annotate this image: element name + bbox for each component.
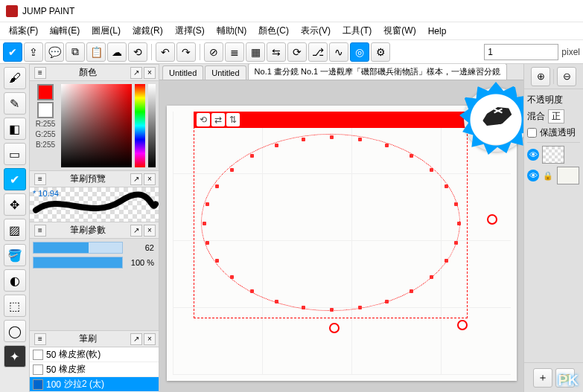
panel-detach-icon[interactable]: ↗ xyxy=(130,333,142,345)
ellipse-anchor[interactable] xyxy=(410,154,413,158)
brush-size-input[interactable] xyxy=(484,44,558,60)
panel-detach-icon[interactable]: ↗ xyxy=(130,225,142,237)
tab-storyboard[interactable]: No.1 畫分鏡 No.1 一邊觀摩「磯部磯兵衛物語」樣本，一邊練習分鏡 xyxy=(248,64,508,80)
brush-row[interactable]: 100 沙拉2 (太) xyxy=(30,377,159,392)
zoom-out-button[interactable]: ⊖ xyxy=(557,67,576,86)
transform-flip-h-icon[interactable]: ⇄ xyxy=(211,113,225,126)
branch-icon[interactable]: ⎇ xyxy=(308,42,328,62)
panel-menu-icon[interactable]: ≡ xyxy=(34,333,46,345)
transform-flip-v-icon[interactable]: ⇅ xyxy=(226,113,240,126)
rotate-icon[interactable]: ⟳ xyxy=(287,42,307,62)
panel-close-icon[interactable]: × xyxy=(144,173,156,185)
brush-row[interactable]: 50 橡皮擦(軟) xyxy=(30,347,159,362)
ellipse-anchor[interactable] xyxy=(203,222,206,225)
menu-layer[interactable]: 圖層(L) xyxy=(86,23,127,39)
ellipse-anchor[interactable] xyxy=(445,184,448,188)
menu-file[interactable]: 檔案(F) xyxy=(3,23,44,39)
transform-handle[interactable] xyxy=(329,323,340,333)
marquee-tool[interactable]: ⬚ xyxy=(4,295,26,317)
menu-assist[interactable]: 輔助(N) xyxy=(211,23,253,39)
menu-window[interactable]: 視窗(W) xyxy=(377,23,421,39)
export-button[interactable]: ⇪ xyxy=(24,42,43,62)
redo-button[interactable]: ↷ xyxy=(176,42,196,62)
menu-view[interactable]: 表示(V) xyxy=(295,23,337,39)
fill-tool[interactable]: ▨ xyxy=(4,219,26,241)
chat-button[interactable]: 💬 xyxy=(45,42,64,62)
eraser-tool[interactable]: ◧ xyxy=(4,118,26,140)
ellipse-anchor[interactable] xyxy=(330,308,334,312)
ellipse-anchor[interactable] xyxy=(445,259,448,263)
ellipse-anchor[interactable] xyxy=(454,241,458,245)
ellipse-anchor[interactable] xyxy=(250,289,254,293)
hue-slider[interactable] xyxy=(135,84,145,167)
layer-row[interactable]: 👁 🔒 xyxy=(527,167,580,184)
settings-icon[interactable]: ⚙ xyxy=(371,42,390,62)
color-picker[interactable] xyxy=(61,84,132,167)
menu-help[interactable]: Help xyxy=(422,25,453,38)
confirm-button[interactable]: ✔ xyxy=(3,42,22,62)
symmetry-icon[interactable]: ⇆ xyxy=(267,42,286,62)
blend-select[interactable]: 正 xyxy=(548,109,564,123)
ellipse-anchor[interactable] xyxy=(275,144,278,147)
panel-detach-icon[interactable]: ↗ xyxy=(130,67,142,79)
ellipse-anchor[interactable] xyxy=(215,184,219,188)
foreground-swatch[interactable] xyxy=(37,84,54,100)
brush-row[interactable]: 50 橡皮擦 xyxy=(30,362,159,377)
transform-reset-icon[interactable]: ⟲ xyxy=(197,113,210,126)
move-tool[interactable]: ✥ xyxy=(4,193,26,216)
background-swatch[interactable] xyxy=(37,102,54,118)
ellipse-anchor[interactable] xyxy=(230,275,234,279)
zoom-in-button[interactable]: ⊕ xyxy=(531,67,550,86)
visibility-icon[interactable]: 👁 xyxy=(527,149,539,161)
ellipse-anchor[interactable] xyxy=(206,202,209,206)
target-icon[interactable]: ◎ xyxy=(350,42,369,62)
ellipse-anchor[interactable] xyxy=(430,275,433,279)
redo-alt-button[interactable]: ⟲ xyxy=(128,42,147,62)
value-slider[interactable] xyxy=(148,84,156,167)
brush-tool[interactable]: 🖌 xyxy=(4,67,26,89)
canvas-viewport[interactable]: ⟲ ⇄ ⇅ xyxy=(159,80,523,392)
selection-ellipse[interactable] xyxy=(201,134,460,311)
pen-tool[interactable]: ✎ xyxy=(4,92,26,115)
bucket-tool[interactable]: 🪣 xyxy=(4,244,26,266)
ellipse-anchor[interactable] xyxy=(410,289,413,293)
ellipse-anchor[interactable] xyxy=(302,138,305,141)
protect-alpha-checkbox[interactable] xyxy=(527,128,537,138)
ellipse-anchor[interactable] xyxy=(275,300,278,303)
ellipse-anchor[interactable] xyxy=(385,300,389,303)
panel-close-icon[interactable]: × xyxy=(144,225,156,237)
tab-untitled-2[interactable]: Untitled xyxy=(205,65,246,80)
menu-filter[interactable]: 濾鏡(R) xyxy=(127,23,169,39)
ellipse-anchor[interactable] xyxy=(358,138,362,141)
deny-icon[interactable]: ⊘ xyxy=(204,42,223,62)
lock-icon[interactable]: 🔒 xyxy=(542,170,554,181)
panel-close-icon[interactable]: × xyxy=(144,67,156,79)
lines-icon[interactable]: ≣ xyxy=(225,42,244,62)
tab-untitled-1[interactable]: Untitled xyxy=(162,65,203,80)
ellipse-anchor[interactable] xyxy=(454,202,458,206)
lasso-tool[interactable]: ◯ xyxy=(4,320,26,342)
undo-button[interactable]: ↶ xyxy=(156,42,175,62)
transform-handle[interactable] xyxy=(487,214,497,225)
transform-handle[interactable] xyxy=(457,320,468,330)
ellipse-anchor[interactable] xyxy=(457,222,461,225)
check-tool[interactable]: ✔ xyxy=(4,168,26,190)
size-slider[interactable] xyxy=(33,242,123,254)
grid-icon[interactable]: ▦ xyxy=(246,42,265,62)
panel-close-icon[interactable]: × xyxy=(144,333,156,345)
gradient-tool[interactable]: ◐ xyxy=(4,269,26,292)
opacity-slider[interactable] xyxy=(33,257,123,269)
panel-menu-icon[interactable]: ≡ xyxy=(34,67,46,79)
paste-button[interactable]: 📋 xyxy=(86,42,106,62)
panel-menu-icon[interactable]: ≡ xyxy=(34,225,46,237)
curve-icon[interactable]: ∿ xyxy=(329,42,348,62)
visibility-icon[interactable]: 👁 xyxy=(527,170,539,181)
wand-tool[interactable]: ✦ xyxy=(4,345,26,367)
ellipse-anchor[interactable] xyxy=(206,241,209,245)
menu-edit[interactable]: 編輯(E) xyxy=(44,23,86,39)
shape-tool[interactable]: ▭ xyxy=(4,143,26,165)
panel-detach-icon[interactable]: ↗ xyxy=(130,173,142,185)
ellipse-anchor[interactable] xyxy=(358,306,362,309)
new-layer-button[interactable]: ＋ xyxy=(533,368,552,388)
ellipse-anchor[interactable] xyxy=(385,144,389,147)
